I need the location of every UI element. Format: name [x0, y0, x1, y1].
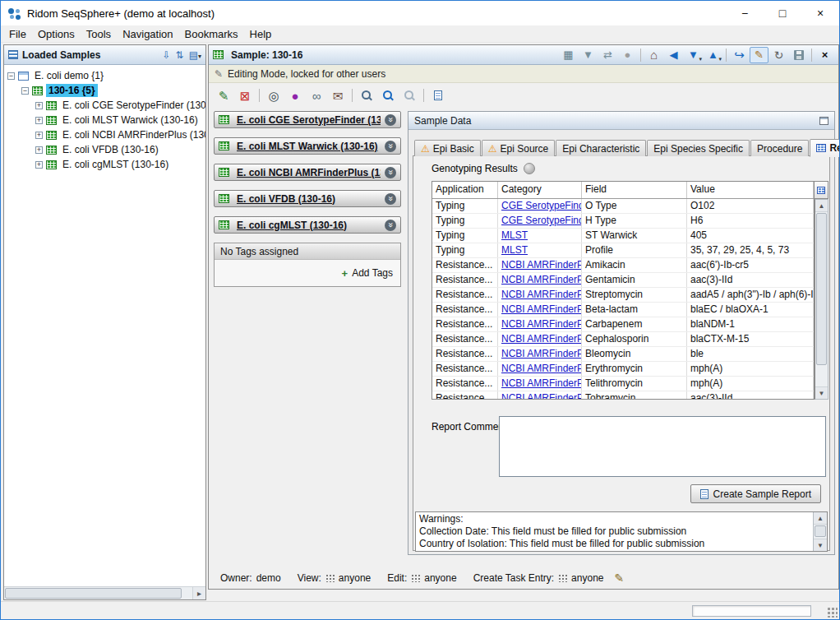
table-row[interactable]: Resistance...NCBI AMRFinderPlusBeta-lact…	[432, 303, 814, 317]
close-button[interactable]: ×	[801, 1, 839, 25]
warnings-scroll-down-button[interactable]: ▼	[814, 539, 827, 551]
up-icon[interactable]: ▲▾	[704, 47, 722, 63]
tree-item-label[interactable]: E. coli VFDB (130-16)	[60, 143, 161, 156]
submit-icon[interactable]: ↪	[730, 47, 749, 63]
tree-item-label[interactable]: E. coli NCBI AMRFinderPlus (130-16)	[60, 128, 205, 141]
category-link[interactable]: NCBI AMRFinderPlus	[501, 377, 582, 389]
tree-item-label[interactable]: E. coli cgMLST (130-16)	[60, 158, 171, 171]
tree-item[interactable]: −130-16 {5}	[4, 83, 205, 98]
import-icon[interactable]: ⇩	[163, 49, 171, 61]
close-icon[interactable]: ×	[815, 47, 834, 63]
tree-item[interactable]: −E. coli demo {1}	[4, 68, 205, 83]
menu-navigation[interactable]: Navigation	[117, 27, 178, 41]
menu-tools[interactable]: Tools	[81, 27, 117, 41]
collapse-icon[interactable]: −	[7, 72, 15, 80]
tree-item-label[interactable]: E. coli CGE SerotypeFinder (130-16)	[60, 99, 205, 112]
edit-mode-icon[interactable]: ✎	[750, 47, 768, 63]
minimize-button[interactable]: −	[726, 1, 764, 25]
edit-results-icon[interactable]: ✎	[214, 86, 233, 105]
task-entry-section[interactable]: E. coli CGE SerotypeFinder (130-16)»	[214, 111, 401, 128]
table-row[interactable]: TypingMLSTProfile35, 37, 29, 25, 4, 5, 7…	[432, 243, 814, 258]
report-comment-textarea[interactable]	[499, 416, 826, 477]
table-row[interactable]: Resistance...NCBI AMRFinderPlusTobramyci…	[432, 391, 814, 399]
table-row[interactable]: Resistance...NCBI AMRFinderPlusErythromy…	[432, 362, 814, 377]
category-link[interactable]: MLST	[501, 244, 528, 256]
scroll-down-button[interactable]: ▼	[815, 386, 828, 399]
table-row[interactable]: Resistance...NCBI AMRFinderPlusGentamici…	[432, 273, 814, 288]
table-row[interactable]: Resistance...NCBI AMRFinderPlusAmikacina…	[432, 258, 814, 273]
task-entry-section[interactable]: E. coli cgMLST (130-16)»	[214, 216, 401, 234]
remove-report-icon[interactable]: ⊠	[235, 86, 255, 105]
snapshot-icon[interactable]: ▦	[559, 47, 578, 63]
chevron-down-icon[interactable]: »	[385, 220, 396, 231]
table-row[interactable]: Resistance...NCBI AMRFinderPlusCephalosp…	[432, 332, 814, 347]
table-row[interactable]: Resistance...NCBI AMRFinderPlusBleomycin…	[432, 347, 814, 362]
tab-procedure[interactable]: Procedure	[750, 140, 809, 156]
save-icon[interactable]	[789, 47, 808, 63]
category-link[interactable]: NCBI AMRFinderPlus	[501, 392, 582, 399]
back-icon[interactable]: ◀	[664, 47, 683, 63]
zoom-in-icon[interactable]	[378, 86, 398, 105]
table-row[interactable]: Resistance...NCBI AMRFinderPlusCarbapene…	[432, 317, 814, 332]
warnings-scrollbar[interactable]: ▲ ▼	[813, 512, 827, 551]
expand-icon[interactable]: +	[35, 117, 43, 124]
tab-epi-basic[interactable]: ⚠Epi Basic	[414, 140, 481, 156]
menu-bookmarks[interactable]: Bookmarks	[179, 27, 244, 41]
category-link[interactable]: NCBI AMRFinderPlus	[501, 333, 582, 345]
column-header-value[interactable]: Value	[687, 182, 814, 198]
down-icon[interactable]: ▼▾	[684, 47, 703, 63]
expand-icon[interactable]: +	[35, 102, 43, 109]
home-icon[interactable]: ⌂	[644, 47, 663, 63]
panel-menu-icon[interactable]	[819, 117, 828, 125]
remove-mail-icon[interactable]: ✉	[328, 86, 348, 105]
tab-results[interactable]: Results	[810, 139, 840, 157]
chevron-down-icon[interactable]: »	[385, 193, 396, 205]
chevron-down-icon[interactable]: »	[385, 114, 396, 126]
status-icon[interactable]: ●	[618, 47, 637, 63]
table-row[interactable]: Resistance...NCBI AMRFinderPlusStreptomy…	[432, 288, 814, 303]
category-link[interactable]: NCBI AMRFinderPlus	[501, 259, 582, 271]
compare-icon[interactable]: ⇄	[598, 47, 617, 63]
sort-icon[interactable]: ⇅	[176, 49, 184, 61]
chevron-down-icon[interactable]: »	[385, 141, 396, 152]
tab-epi-source[interactable]: ⚠Epi Source	[482, 140, 555, 156]
hscrollbar-thumb[interactable]	[5, 588, 182, 599]
table-row[interactable]: TypingCGE SerotypeFinderH TypeH6	[432, 214, 814, 229]
tree-item[interactable]: +E. coli VFDB (130-16)	[4, 142, 205, 157]
table-row[interactable]: TypingMLSTST Warwick405	[432, 229, 814, 243]
collapse-icon[interactable]: −	[21, 87, 29, 95]
tab-epi-species-specific[interactable]: Epi Species Specific	[647, 140, 750, 156]
tree-item[interactable]: +E. coli CGE SerotypeFinder (130-16)	[4, 98, 205, 113]
warnings-scroll-up-button[interactable]: ▲	[814, 512, 827, 525]
procedure-icon[interactable]	[428, 86, 448, 105]
refresh-icon[interactable]: ↻	[769, 47, 788, 63]
menu-file[interactable]: File	[3, 27, 32, 41]
category-link[interactable]: CGE SerotypeFinder	[501, 200, 582, 211]
view-menu-icon[interactable]: ▤▾	[189, 49, 201, 61]
horizontal-scrollbar[interactable]: ▸	[4, 586, 205, 599]
task-entry-section[interactable]: E. coli MLST Warwick (130-16)»	[214, 137, 401, 155]
tree-item-label[interactable]: E. coli demo {1}	[32, 69, 106, 82]
menu-options[interactable]: Options	[32, 27, 81, 41]
vscrollbar-thumb[interactable]	[816, 213, 827, 365]
task-entry-section[interactable]: E. coli NCBI AMRFinderPlus (130-16)»	[214, 164, 401, 181]
table-row[interactable]: Resistance...NCBI AMRFinderPlusTelithrom…	[432, 377, 814, 391]
maximize-button[interactable]: □	[764, 1, 801, 25]
create-sample-report-button[interactable]: Create Sample Report	[690, 484, 821, 503]
table-scrollbar[interactable]: ▲ ▼	[815, 199, 828, 400]
edit-permissions-icon[interactable]: ✎	[614, 571, 624, 585]
category-link[interactable]: MLST	[501, 229, 528, 241]
category-link[interactable]: CGE SerotypeFinder	[501, 215, 582, 226]
tab-epi-characteristic[interactable]: Epi Characteristic	[556, 140, 646, 156]
column-header-application[interactable]: Application	[432, 182, 498, 198]
category-link[interactable]: NCBI AMRFinderPlus	[501, 348, 582, 359]
warnings-scrollbar-thumb[interactable]	[815, 525, 826, 537]
column-header-category[interactable]: Category	[498, 182, 582, 198]
target-icon[interactable]: ◎	[264, 86, 284, 105]
resize-grip[interactable]	[827, 607, 838, 618]
tree-item-label[interactable]: 130-16 {5}	[46, 84, 98, 97]
zoom-out-icon[interactable]	[399, 86, 419, 105]
genotyping-info-icon[interactable]	[524, 163, 535, 174]
tree-item[interactable]: +E. coli NCBI AMRFinderPlus (130-16)	[4, 127, 205, 142]
category-link[interactable]: NCBI AMRFinderPlus	[501, 274, 582, 285]
